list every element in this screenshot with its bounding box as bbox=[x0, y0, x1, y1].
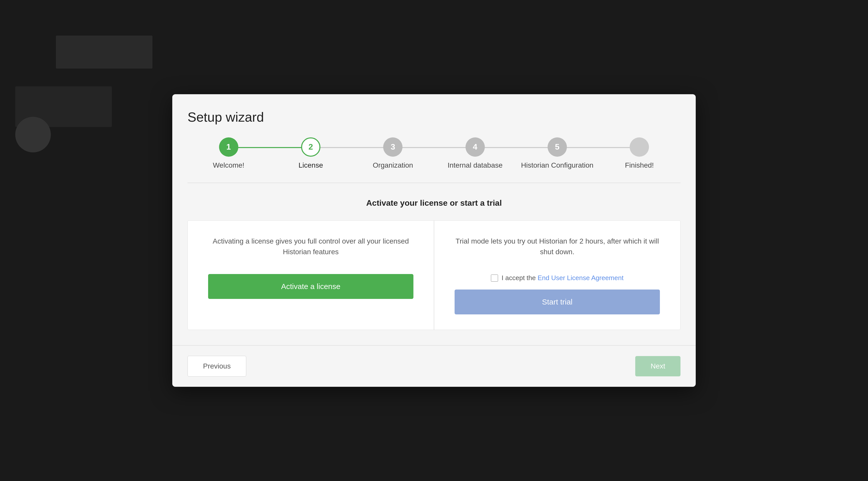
step-5-circle: 5 bbox=[548, 137, 567, 157]
eula-checkbox[interactable] bbox=[491, 275, 498, 282]
modal-body: Activate your license or start a trial A… bbox=[172, 183, 696, 345]
activate-description: Activating a license gives you full cont… bbox=[208, 236, 413, 261]
start-trial-column: Trial mode lets you try out Historian fo… bbox=[434, 221, 680, 330]
step-6-label: Finished! bbox=[625, 161, 654, 170]
bg-decoration-1 bbox=[56, 36, 152, 69]
next-button[interactable]: Next bbox=[635, 356, 680, 376]
activate-license-button[interactable]: Activate a license bbox=[208, 274, 413, 299]
stepper: 1 Welcome! 2 License 3 Organization 4 bbox=[188, 137, 680, 183]
previous-button[interactable]: Previous bbox=[188, 356, 246, 377]
step-6-circle bbox=[630, 137, 649, 157]
step-1-circle: 1 bbox=[219, 137, 238, 157]
bg-decoration-3 bbox=[15, 117, 51, 152]
step-3: 3 Organization bbox=[352, 137, 434, 170]
two-column-layout: Activating a license gives you full cont… bbox=[188, 220, 680, 330]
step-3-label: Organization bbox=[373, 161, 413, 170]
eula-label: I accept the End User License Agreement bbox=[502, 274, 624, 282]
step-1-label: Welcome! bbox=[213, 161, 244, 170]
trial-description: Trial mode lets you try out Historian fo… bbox=[455, 236, 660, 261]
step-3-circle: 3 bbox=[383, 137, 402, 157]
section-title: Activate your license or start a trial bbox=[188, 198, 680, 208]
step-1: 1 Welcome! bbox=[188, 137, 270, 170]
eula-link[interactable]: End User License Agreement bbox=[538, 274, 624, 282]
step-2-circle: 2 bbox=[301, 137, 320, 157]
eula-row: I accept the End User License Agreement bbox=[455, 274, 660, 282]
step-2-label: License bbox=[299, 161, 323, 170]
step-4-label: Internal database bbox=[447, 161, 502, 170]
step-5: 5 Historian Configuration bbox=[516, 137, 598, 170]
activate-license-column: Activating a license gives you full cont… bbox=[188, 221, 434, 330]
step-4: 4 Internal database bbox=[434, 137, 516, 170]
step-2: 2 License bbox=[270, 137, 352, 170]
modal-footer: Previous Next bbox=[172, 345, 696, 387]
step-4-circle: 4 bbox=[466, 137, 485, 157]
step-5-label: Historian Configuration bbox=[521, 161, 594, 170]
step-6: Finished! bbox=[598, 137, 680, 170]
modal-title: Setup wizard bbox=[188, 109, 680, 125]
setup-wizard-modal: Setup wizard 1 Welcome! 2 License 3 Orga… bbox=[172, 94, 696, 387]
start-trial-button[interactable]: Start trial bbox=[455, 290, 660, 314]
modal-header: Setup wizard 1 Welcome! 2 License 3 Orga… bbox=[172, 94, 696, 183]
